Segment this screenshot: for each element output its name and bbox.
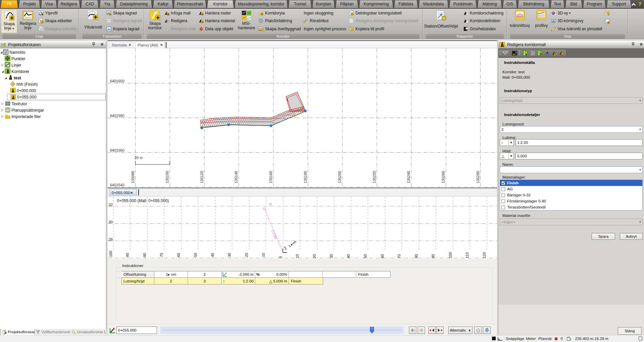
svg-text:-90: -90: [125, 253, 129, 258]
svg-text:2: 2: [41, 21, 43, 23]
svg-text:-10: -10: [261, 253, 265, 258]
svg-text:28: 28: [109, 237, 113, 241]
svg-text:A: A: [201, 13, 203, 15]
svg-text:2: 2: [41, 29, 43, 31]
svg-text:135100: 135100: [165, 171, 169, 183]
svg-text:30: 30: [329, 254, 333, 258]
svg-text:40: 40: [346, 254, 350, 258]
svg-text:6401540: 6401540: [110, 183, 124, 187]
svg-text:20: 20: [312, 254, 316, 258]
svg-text:1: 1: [531, 51, 533, 53]
svg-text:135160: 135160: [269, 171, 273, 183]
svg-text:6401580: 6401580: [110, 114, 124, 118]
svg-text:-30: -30: [227, 253, 231, 258]
svg-text:110: 110: [465, 252, 469, 258]
svg-text:-20: -20: [244, 253, 249, 258]
svg-text:2: 2: [524, 53, 525, 55]
svg-text:135120: 135120: [200, 171, 204, 183]
svg-text:2: 2: [202, 21, 203, 23]
svg-text:1:2.00: 1:2.00: [271, 229, 278, 239]
svg-text:60: 60: [380, 254, 384, 258]
svg-text:2: 2: [531, 53, 533, 55]
svg-text:-100: -100: [109, 251, 113, 258]
svg-text:32: 32: [109, 203, 113, 207]
svg-text:-60: -60: [177, 253, 181, 258]
svg-text:135080: 135080: [131, 171, 135, 183]
svg-text:-50: -50: [193, 253, 197, 258]
svg-text:90: 90: [431, 254, 435, 258]
svg-text:135180: 135180: [303, 171, 307, 183]
svg-text:135220: 135220: [372, 171, 376, 183]
svg-text:6401600: 6401600: [110, 79, 124, 83]
svg-text:135240: 135240: [407, 171, 411, 183]
svg-text:135280: 135280: [476, 171, 480, 183]
svg-text:2: 2: [562, 53, 563, 55]
svg-text:50: 50: [363, 254, 367, 258]
svg-text:-80: -80: [143, 253, 147, 258]
svg-text:0+055.000 (Mall: 0+055.000): 0+055.000 (Mall: 0+055.000): [117, 198, 169, 203]
svg-text:2: 2: [283, 245, 288, 251]
svg-text:1: 1: [524, 51, 525, 53]
svg-text:0: 0: [278, 256, 282, 258]
svg-text:135260: 135260: [441, 171, 445, 183]
svg-text:-40: -40: [211, 253, 215, 258]
svg-text:1: 1: [538, 51, 540, 53]
svg-text:-70: -70: [159, 253, 163, 258]
svg-text:6401560: 6401560: [110, 148, 124, 152]
svg-text:30: 30: [109, 220, 113, 224]
svg-text:70: 70: [397, 254, 401, 258]
svg-text:120: 120: [482, 252, 486, 258]
svg-text:80: 80: [414, 254, 418, 258]
svg-text:10: 10: [295, 254, 299, 258]
svg-text:20 m: 20 m: [135, 156, 143, 160]
svg-text:2: 2: [538, 53, 540, 55]
svg-text:135200: 135200: [338, 171, 342, 183]
svg-text:135140: 135140: [234, 171, 238, 183]
svg-text:100: 100: [448, 252, 452, 258]
